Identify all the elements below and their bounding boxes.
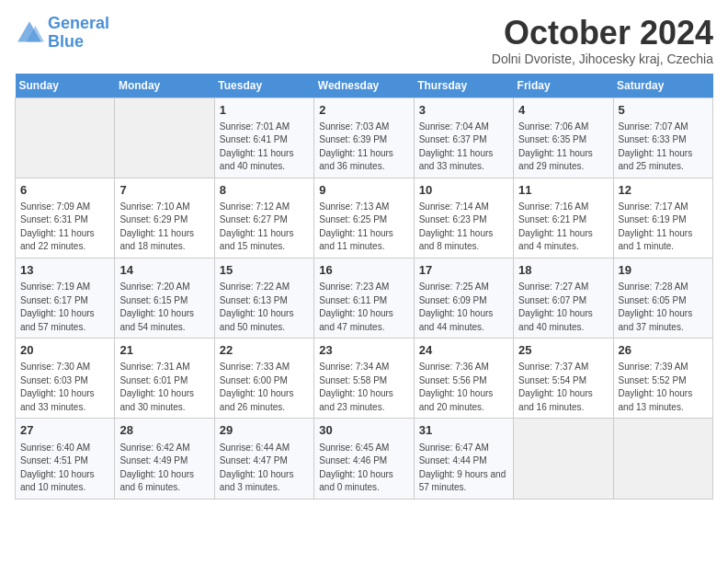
calendar-body: 1Sunrise: 7:01 AM Sunset: 6:41 PM Daylig… <box>16 98 713 499</box>
month-title: October 2024 <box>492 15 713 52</box>
day-number: 14 <box>119 262 209 279</box>
calendar-cell: 25Sunrise: 7:37 AM Sunset: 5:54 PM Dayli… <box>514 339 613 419</box>
day-number: 16 <box>319 262 408 279</box>
day-number: 23 <box>319 342 408 359</box>
weekday-header-cell: Sunday <box>16 74 115 98</box>
calendar-cell: 5Sunrise: 7:07 AM Sunset: 6:33 PM Daylig… <box>613 98 712 178</box>
day-info: Sunrise: 7:06 AM Sunset: 6:35 PM Dayligh… <box>518 121 608 174</box>
day-info: Sunrise: 7:30 AM Sunset: 6:03 PM Dayligh… <box>20 361 109 414</box>
weekday-header-cell: Thursday <box>414 74 513 98</box>
day-info: Sunrise: 6:45 AM Sunset: 4:46 PM Dayligh… <box>319 442 408 495</box>
calendar-cell: 19Sunrise: 7:28 AM Sunset: 6:05 PM Dayli… <box>613 258 712 338</box>
calendar-cell: 8Sunrise: 7:12 AM Sunset: 6:27 PM Daylig… <box>214 178 313 258</box>
calendar-cell: 31Sunrise: 6:47 AM Sunset: 4:44 PM Dayli… <box>414 419 513 499</box>
day-info: Sunrise: 7:33 AM Sunset: 6:00 PM Dayligh… <box>220 361 309 414</box>
title-block: October 2024 Dolni Dvoriste, Jihocesky k… <box>492 15 713 66</box>
day-info: Sunrise: 7:25 AM Sunset: 6:09 PM Dayligh… <box>419 281 508 334</box>
calendar-cell: 17Sunrise: 7:25 AM Sunset: 6:09 PM Dayli… <box>414 258 513 338</box>
calendar-cell: 20Sunrise: 7:30 AM Sunset: 6:03 PM Dayli… <box>16 339 115 419</box>
calendar-cell: 21Sunrise: 7:31 AM Sunset: 6:01 PM Dayli… <box>115 339 214 419</box>
day-info: Sunrise: 7:37 AM Sunset: 5:54 PM Dayligh… <box>518 361 608 414</box>
calendar-cell: 13Sunrise: 7:19 AM Sunset: 6:17 PM Dayli… <box>16 258 115 338</box>
calendar-cell: 28Sunrise: 6:42 AM Sunset: 4:49 PM Dayli… <box>115 419 214 499</box>
calendar-week-row: 20Sunrise: 7:30 AM Sunset: 6:03 PM Dayli… <box>16 339 713 419</box>
day-info: Sunrise: 7:19 AM Sunset: 6:17 PM Dayligh… <box>20 281 109 334</box>
calendar-cell: 7Sunrise: 7:10 AM Sunset: 6:29 PM Daylig… <box>115 178 214 258</box>
calendar-cell: 30Sunrise: 6:45 AM Sunset: 4:46 PM Dayli… <box>314 419 414 499</box>
day-info: Sunrise: 7:13 AM Sunset: 6:25 PM Dayligh… <box>319 201 408 254</box>
day-info: Sunrise: 7:28 AM Sunset: 6:05 PM Dayligh… <box>619 281 708 334</box>
weekday-header-cell: Tuesday <box>214 74 313 98</box>
day-info: Sunrise: 7:14 AM Sunset: 6:23 PM Dayligh… <box>419 201 508 254</box>
calendar-cell: 4Sunrise: 7:06 AM Sunset: 6:35 PM Daylig… <box>514 98 613 178</box>
calendar-week-row: 6Sunrise: 7:09 AM Sunset: 6:31 PM Daylig… <box>16 178 713 258</box>
day-number: 9 <box>319 182 408 199</box>
day-info: Sunrise: 7:16 AM Sunset: 6:21 PM Dayligh… <box>518 201 608 254</box>
day-number: 10 <box>419 182 508 199</box>
calendar-week-row: 27Sunrise: 6:40 AM Sunset: 4:51 PM Dayli… <box>16 419 713 499</box>
day-info: Sunrise: 7:36 AM Sunset: 5:56 PM Dayligh… <box>419 361 508 414</box>
day-info: Sunrise: 7:27 AM Sunset: 6:07 PM Dayligh… <box>518 281 608 334</box>
logo: General Blue <box>15 15 109 52</box>
calendar-cell <box>16 98 115 178</box>
calendar-cell <box>115 98 214 178</box>
day-info: Sunrise: 7:20 AM Sunset: 6:15 PM Dayligh… <box>119 281 209 334</box>
day-number: 19 <box>619 262 708 279</box>
day-number: 3 <box>419 102 508 119</box>
logo-icon <box>15 18 44 48</box>
day-number: 18 <box>518 262 608 279</box>
page-header: General Blue October 2024 Dolni Dvoriste… <box>15 15 713 66</box>
day-number: 22 <box>220 342 309 359</box>
weekday-header-cell: Wednesday <box>314 74 414 98</box>
day-number: 29 <box>220 422 309 439</box>
calendar-cell: 22Sunrise: 7:33 AM Sunset: 6:00 PM Dayli… <box>214 339 313 419</box>
calendar-cell: 24Sunrise: 7:36 AM Sunset: 5:56 PM Dayli… <box>414 339 513 419</box>
day-number: 21 <box>119 342 209 359</box>
calendar-cell: 27Sunrise: 6:40 AM Sunset: 4:51 PM Dayli… <box>16 419 115 499</box>
day-info: Sunrise: 7:22 AM Sunset: 6:13 PM Dayligh… <box>220 281 309 334</box>
day-number: 2 <box>319 102 408 119</box>
day-info: Sunrise: 7:04 AM Sunset: 6:37 PM Dayligh… <box>419 121 508 174</box>
day-info: Sunrise: 6:44 AM Sunset: 4:47 PM Dayligh… <box>220 442 309 495</box>
day-number: 1 <box>220 102 309 119</box>
day-number: 12 <box>619 182 708 199</box>
day-info: Sunrise: 7:34 AM Sunset: 5:58 PM Dayligh… <box>319 361 408 414</box>
calendar-cell: 16Sunrise: 7:23 AM Sunset: 6:11 PM Dayli… <box>314 258 414 338</box>
day-info: Sunrise: 7:10 AM Sunset: 6:29 PM Dayligh… <box>119 201 209 254</box>
day-number: 28 <box>119 422 209 439</box>
day-info: Sunrise: 7:09 AM Sunset: 6:31 PM Dayligh… <box>20 201 109 254</box>
calendar-cell: 26Sunrise: 7:39 AM Sunset: 5:52 PM Dayli… <box>613 339 712 419</box>
day-number: 4 <box>518 102 608 119</box>
day-info: Sunrise: 7:12 AM Sunset: 6:27 PM Dayligh… <box>220 201 309 254</box>
logo-text: General Blue <box>48 15 109 52</box>
calendar-cell <box>514 419 613 499</box>
day-number: 7 <box>119 182 209 199</box>
calendar-cell: 10Sunrise: 7:14 AM Sunset: 6:23 PM Dayli… <box>414 178 513 258</box>
weekday-header-row: SundayMondayTuesdayWednesdayThursdayFrid… <box>16 74 713 98</box>
day-number: 15 <box>220 262 309 279</box>
calendar-cell: 9Sunrise: 7:13 AM Sunset: 6:25 PM Daylig… <box>314 178 414 258</box>
day-info: Sunrise: 6:42 AM Sunset: 4:49 PM Dayligh… <box>119 442 209 495</box>
day-info: Sunrise: 7:01 AM Sunset: 6:41 PM Dayligh… <box>220 121 309 174</box>
day-number: 11 <box>518 182 608 199</box>
day-info: Sunrise: 7:39 AM Sunset: 5:52 PM Dayligh… <box>619 361 708 414</box>
calendar-cell: 18Sunrise: 7:27 AM Sunset: 6:07 PM Dayli… <box>514 258 613 338</box>
day-number: 26 <box>619 342 708 359</box>
location-subtitle: Dolni Dvoriste, Jihocesky kraj, Czechia <box>492 52 713 66</box>
calendar-cell: 1Sunrise: 7:01 AM Sunset: 6:41 PM Daylig… <box>214 98 313 178</box>
day-number: 8 <box>220 182 309 199</box>
day-info: Sunrise: 7:03 AM Sunset: 6:39 PM Dayligh… <box>319 121 408 174</box>
day-info: Sunrise: 7:07 AM Sunset: 6:33 PM Dayligh… <box>619 121 708 174</box>
day-info: Sunrise: 7:23 AM Sunset: 6:11 PM Dayligh… <box>319 281 408 334</box>
calendar-week-row: 13Sunrise: 7:19 AM Sunset: 6:17 PM Dayli… <box>16 258 713 338</box>
day-number: 13 <box>20 262 109 279</box>
calendar-cell: 29Sunrise: 6:44 AM Sunset: 4:47 PM Dayli… <box>214 419 313 499</box>
day-number: 25 <box>518 342 608 359</box>
calendar-cell: 15Sunrise: 7:22 AM Sunset: 6:13 PM Dayli… <box>214 258 313 338</box>
day-number: 17 <box>419 262 508 279</box>
calendar-cell: 12Sunrise: 7:17 AM Sunset: 6:19 PM Dayli… <box>613 178 712 258</box>
calendar-week-row: 1Sunrise: 7:01 AM Sunset: 6:41 PM Daylig… <box>16 98 713 178</box>
weekday-header-cell: Saturday <box>613 74 712 98</box>
calendar-cell: 2Sunrise: 7:03 AM Sunset: 6:39 PM Daylig… <box>314 98 414 178</box>
day-number: 20 <box>20 342 109 359</box>
